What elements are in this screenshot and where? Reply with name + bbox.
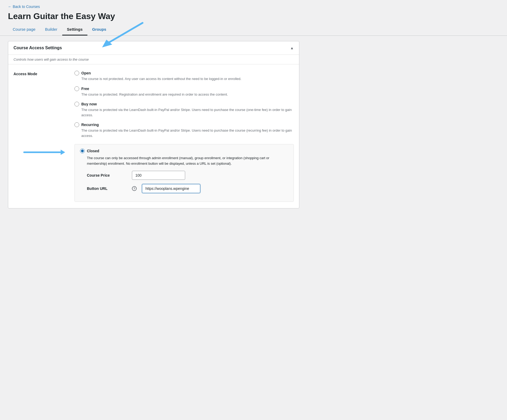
tab-course-page[interactable]: Course page <box>8 24 40 35</box>
button-url-row: Button URL ? <box>87 184 288 193</box>
access-mode-options: Open The course is not protected. Any us… <box>74 71 294 202</box>
access-mode-label: Access Mode <box>14 71 66 76</box>
setting-row-access-mode: Access Mode Open The course is not prote… <box>8 64 299 208</box>
collapse-icon[interactable]: ▲ <box>290 46 294 50</box>
panel-title: Course Access Settings <box>14 46 62 50</box>
radio-open-desc: The course is not protected. Any user ca… <box>81 76 294 82</box>
panel-subtitle: Controls how users will gain access to t… <box>8 55 299 64</box>
radio-open[interactable] <box>74 71 79 75</box>
radio-buy-now-desc: The course is protected via the LearnDas… <box>81 107 294 118</box>
radio-free-label: Free <box>81 87 89 91</box>
button-url-help-icon[interactable]: ? <box>132 186 137 191</box>
tabs-bar: Course page Builder Settings Groups <box>0 24 507 36</box>
page-title: Learn Guitar the Easy Way <box>8 11 499 24</box>
tab-settings[interactable]: Settings <box>62 24 87 35</box>
course-price-label: Course Price <box>87 173 127 177</box>
option-open: Open The course is not protected. Any us… <box>74 71 294 82</box>
radio-free[interactable] <box>74 86 79 91</box>
button-url-label: Button URL <box>87 186 127 191</box>
option-buy-now: Buy now The course is protected via the … <box>74 102 294 118</box>
panel-header: Course Access Settings ▲ <box>8 41 299 55</box>
tab-groups[interactable]: Groups <box>87 24 111 35</box>
radio-free-desc: The course is protected. Registration an… <box>81 92 294 97</box>
option-closed: Closed The course can only be accessed t… <box>74 143 294 202</box>
closed-option-box: Closed The course can only be accessed t… <box>74 144 294 202</box>
tab-builder[interactable]: Builder <box>40 24 62 35</box>
radio-recurring-label: Recurring <box>81 123 99 127</box>
radio-open-label: Open <box>81 71 91 75</box>
svg-marker-1 <box>61 150 65 155</box>
course-price-input[interactable] <box>132 171 185 180</box>
radio-buy-now[interactable] <box>74 102 79 106</box>
radio-closed-label: Closed <box>87 149 99 153</box>
button-url-input[interactable] <box>142 184 200 193</box>
radio-closed[interactable] <box>80 149 85 153</box>
back-to-courses-link[interactable]: ← Back to Courses <box>8 5 40 9</box>
radio-closed-desc: The course can only be accessed through … <box>87 155 288 167</box>
option-free: Free The course is protected. Registrati… <box>74 86 294 97</box>
option-recurring: Recurring The course is protected via th… <box>74 122 294 138</box>
settings-panel: Course Access Settings ▲ Controls how us… <box>8 41 299 208</box>
radio-recurring[interactable] <box>74 122 79 127</box>
course-price-row: Course Price <box>87 171 288 180</box>
main-content: Course Access Settings ▲ Controls how us… <box>0 41 507 219</box>
radio-recurring-desc: The course is protected via the LearnDas… <box>81 128 294 138</box>
radio-buy-now-label: Buy now <box>81 102 97 106</box>
